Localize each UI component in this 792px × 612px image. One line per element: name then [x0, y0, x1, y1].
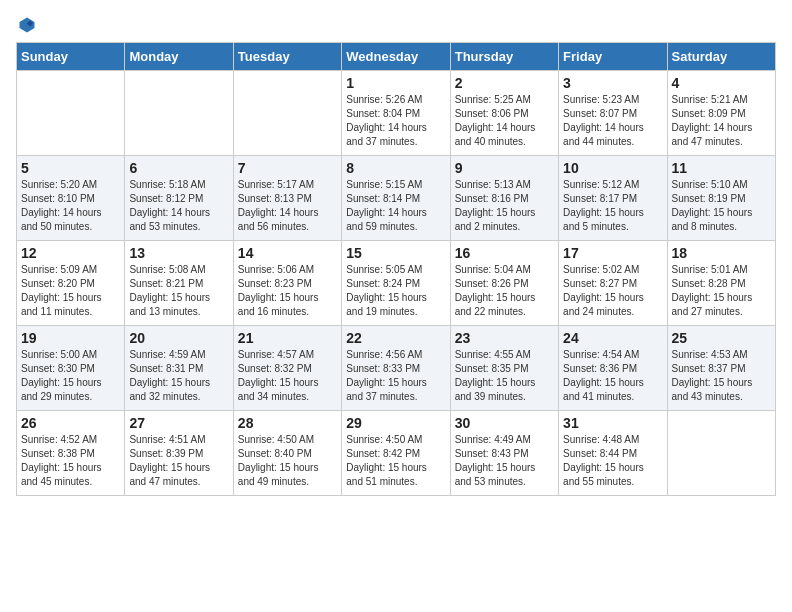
day-info: Sunrise: 5:06 AM Sunset: 8:23 PM Dayligh…	[238, 263, 337, 319]
calendar-cell	[667, 411, 775, 496]
calendar-cell: 1Sunrise: 5:26 AM Sunset: 8:04 PM Daylig…	[342, 71, 450, 156]
calendar-cell: 28Sunrise: 4:50 AM Sunset: 8:40 PM Dayli…	[233, 411, 341, 496]
day-info: Sunrise: 4:53 AM Sunset: 8:37 PM Dayligh…	[672, 348, 771, 404]
day-info: Sunrise: 5:26 AM Sunset: 8:04 PM Dayligh…	[346, 93, 445, 149]
calendar-cell: 9Sunrise: 5:13 AM Sunset: 8:16 PM Daylig…	[450, 156, 558, 241]
day-number: 31	[563, 415, 662, 431]
calendar-cell: 14Sunrise: 5:06 AM Sunset: 8:23 PM Dayli…	[233, 241, 341, 326]
logo	[16, 16, 36, 34]
day-number: 6	[129, 160, 228, 176]
calendar-cell: 16Sunrise: 5:04 AM Sunset: 8:26 PM Dayli…	[450, 241, 558, 326]
day-info: Sunrise: 5:04 AM Sunset: 8:26 PM Dayligh…	[455, 263, 554, 319]
day-number: 2	[455, 75, 554, 91]
day-number: 7	[238, 160, 337, 176]
day-info: Sunrise: 4:50 AM Sunset: 8:42 PM Dayligh…	[346, 433, 445, 489]
calendar-header-monday: Monday	[125, 43, 233, 71]
calendar-header-row: SundayMondayTuesdayWednesdayThursdayFrid…	[17, 43, 776, 71]
day-number: 1	[346, 75, 445, 91]
calendar-cell: 31Sunrise: 4:48 AM Sunset: 8:44 PM Dayli…	[559, 411, 667, 496]
day-info: Sunrise: 4:52 AM Sunset: 8:38 PM Dayligh…	[21, 433, 120, 489]
day-number: 13	[129, 245, 228, 261]
day-number: 11	[672, 160, 771, 176]
calendar-cell: 15Sunrise: 5:05 AM Sunset: 8:24 PM Dayli…	[342, 241, 450, 326]
day-number: 15	[346, 245, 445, 261]
calendar-cell: 12Sunrise: 5:09 AM Sunset: 8:20 PM Dayli…	[17, 241, 125, 326]
day-number: 25	[672, 330, 771, 346]
calendar-cell: 30Sunrise: 4:49 AM Sunset: 8:43 PM Dayli…	[450, 411, 558, 496]
day-info: Sunrise: 5:17 AM Sunset: 8:13 PM Dayligh…	[238, 178, 337, 234]
calendar-cell: 20Sunrise: 4:59 AM Sunset: 8:31 PM Dayli…	[125, 326, 233, 411]
page-header	[16, 16, 776, 34]
day-info: Sunrise: 5:09 AM Sunset: 8:20 PM Dayligh…	[21, 263, 120, 319]
day-number: 10	[563, 160, 662, 176]
calendar-cell: 7Sunrise: 5:17 AM Sunset: 8:13 PM Daylig…	[233, 156, 341, 241]
day-info: Sunrise: 4:59 AM Sunset: 8:31 PM Dayligh…	[129, 348, 228, 404]
calendar-cell: 11Sunrise: 5:10 AM Sunset: 8:19 PM Dayli…	[667, 156, 775, 241]
calendar-cell: 26Sunrise: 4:52 AM Sunset: 8:38 PM Dayli…	[17, 411, 125, 496]
day-info: Sunrise: 4:55 AM Sunset: 8:35 PM Dayligh…	[455, 348, 554, 404]
calendar-cell: 4Sunrise: 5:21 AM Sunset: 8:09 PM Daylig…	[667, 71, 775, 156]
calendar-cell: 18Sunrise: 5:01 AM Sunset: 8:28 PM Dayli…	[667, 241, 775, 326]
calendar-header-friday: Friday	[559, 43, 667, 71]
day-info: Sunrise: 4:51 AM Sunset: 8:39 PM Dayligh…	[129, 433, 228, 489]
day-info: Sunrise: 5:23 AM Sunset: 8:07 PM Dayligh…	[563, 93, 662, 149]
calendar-table: SundayMondayTuesdayWednesdayThursdayFrid…	[16, 42, 776, 496]
calendar-week-3: 12Sunrise: 5:09 AM Sunset: 8:20 PM Dayli…	[17, 241, 776, 326]
calendar-cell: 10Sunrise: 5:12 AM Sunset: 8:17 PM Dayli…	[559, 156, 667, 241]
calendar-cell: 19Sunrise: 5:00 AM Sunset: 8:30 PM Dayli…	[17, 326, 125, 411]
calendar-week-5: 26Sunrise: 4:52 AM Sunset: 8:38 PM Dayli…	[17, 411, 776, 496]
day-info: Sunrise: 4:49 AM Sunset: 8:43 PM Dayligh…	[455, 433, 554, 489]
calendar-header-tuesday: Tuesday	[233, 43, 341, 71]
calendar-cell: 17Sunrise: 5:02 AM Sunset: 8:27 PM Dayli…	[559, 241, 667, 326]
day-info: Sunrise: 5:00 AM Sunset: 8:30 PM Dayligh…	[21, 348, 120, 404]
day-number: 14	[238, 245, 337, 261]
calendar-cell: 2Sunrise: 5:25 AM Sunset: 8:06 PM Daylig…	[450, 71, 558, 156]
day-number: 27	[129, 415, 228, 431]
calendar-cell: 5Sunrise: 5:20 AM Sunset: 8:10 PM Daylig…	[17, 156, 125, 241]
day-info: Sunrise: 4:54 AM Sunset: 8:36 PM Dayligh…	[563, 348, 662, 404]
day-info: Sunrise: 5:08 AM Sunset: 8:21 PM Dayligh…	[129, 263, 228, 319]
day-number: 22	[346, 330, 445, 346]
calendar-cell: 3Sunrise: 5:23 AM Sunset: 8:07 PM Daylig…	[559, 71, 667, 156]
day-number: 17	[563, 245, 662, 261]
calendar-cell: 6Sunrise: 5:18 AM Sunset: 8:12 PM Daylig…	[125, 156, 233, 241]
day-info: Sunrise: 5:10 AM Sunset: 8:19 PM Dayligh…	[672, 178, 771, 234]
day-number: 18	[672, 245, 771, 261]
day-info: Sunrise: 5:12 AM Sunset: 8:17 PM Dayligh…	[563, 178, 662, 234]
calendar-cell	[17, 71, 125, 156]
day-number: 30	[455, 415, 554, 431]
day-number: 19	[21, 330, 120, 346]
calendar-cell: 23Sunrise: 4:55 AM Sunset: 8:35 PM Dayli…	[450, 326, 558, 411]
calendar-cell	[125, 71, 233, 156]
day-number: 9	[455, 160, 554, 176]
day-number: 24	[563, 330, 662, 346]
day-info: Sunrise: 5:02 AM Sunset: 8:27 PM Dayligh…	[563, 263, 662, 319]
calendar-header-wednesday: Wednesday	[342, 43, 450, 71]
calendar-cell: 29Sunrise: 4:50 AM Sunset: 8:42 PM Dayli…	[342, 411, 450, 496]
day-number: 5	[21, 160, 120, 176]
day-number: 16	[455, 245, 554, 261]
calendar-header-saturday: Saturday	[667, 43, 775, 71]
day-info: Sunrise: 4:48 AM Sunset: 8:44 PM Dayligh…	[563, 433, 662, 489]
day-info: Sunrise: 5:01 AM Sunset: 8:28 PM Dayligh…	[672, 263, 771, 319]
day-info: Sunrise: 5:25 AM Sunset: 8:06 PM Dayligh…	[455, 93, 554, 149]
calendar-cell: 25Sunrise: 4:53 AM Sunset: 8:37 PM Dayli…	[667, 326, 775, 411]
day-info: Sunrise: 5:15 AM Sunset: 8:14 PM Dayligh…	[346, 178, 445, 234]
calendar-cell: 27Sunrise: 4:51 AM Sunset: 8:39 PM Dayli…	[125, 411, 233, 496]
day-number: 12	[21, 245, 120, 261]
calendar-cell: 22Sunrise: 4:56 AM Sunset: 8:33 PM Dayli…	[342, 326, 450, 411]
day-number: 20	[129, 330, 228, 346]
day-number: 26	[21, 415, 120, 431]
day-info: Sunrise: 4:50 AM Sunset: 8:40 PM Dayligh…	[238, 433, 337, 489]
day-info: Sunrise: 5:21 AM Sunset: 8:09 PM Dayligh…	[672, 93, 771, 149]
calendar-header-sunday: Sunday	[17, 43, 125, 71]
day-number: 28	[238, 415, 337, 431]
day-info: Sunrise: 5:20 AM Sunset: 8:10 PM Dayligh…	[21, 178, 120, 234]
day-number: 3	[563, 75, 662, 91]
calendar-cell: 13Sunrise: 5:08 AM Sunset: 8:21 PM Dayli…	[125, 241, 233, 326]
day-number: 29	[346, 415, 445, 431]
day-number: 23	[455, 330, 554, 346]
day-number: 21	[238, 330, 337, 346]
calendar-cell: 21Sunrise: 4:57 AM Sunset: 8:32 PM Dayli…	[233, 326, 341, 411]
day-number: 4	[672, 75, 771, 91]
